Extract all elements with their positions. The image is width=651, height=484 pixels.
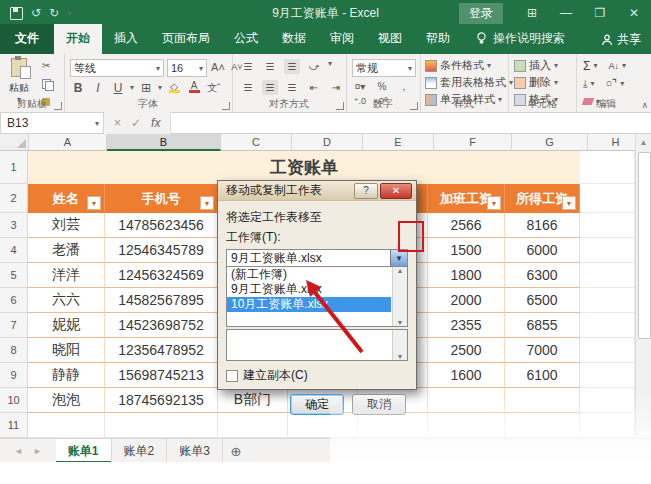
row-header-9[interactable]: 9 [0, 363, 28, 388]
cell-income[interactable]: 6855 [505, 313, 580, 338]
cell-name[interactable]: 六六 [28, 288, 105, 313]
cell-name[interactable]: 静静 [28, 363, 105, 388]
sheet-tab-2[interactable]: 账单2 [112, 439, 168, 463]
cell[interactable] [28, 413, 105, 438]
list-item[interactable]: 9月工资账单.xlsx [227, 282, 407, 297]
phonetic-guide-icon[interactable]: 文˘ [206, 80, 222, 95]
collapse-ribbon-icon[interactable]: ∧ [641, 100, 648, 110]
share-button[interactable]: 共享 [601, 31, 641, 48]
tab-home[interactable]: 开始 [54, 24, 102, 54]
fill-color-icon[interactable]: ◇ [166, 80, 182, 95]
tell-me-search[interactable]: 操作说明搜索 [476, 30, 565, 54]
save-icon[interactable] [10, 7, 23, 20]
underline-button[interactable]: U [110, 80, 126, 95]
row-header-11[interactable]: 11 [0, 413, 28, 438]
ok-button[interactable]: 确定 [290, 394, 344, 415]
decrease-indent-icon[interactable]: ⇤ [306, 80, 322, 95]
filter-dropdown-icon[interactable]: ▼ [200, 196, 214, 210]
sheet-tab-1[interactable]: 账单1 [56, 439, 112, 463]
workbook-combo[interactable]: 9月工资账单.xlsx ▼ [226, 249, 408, 267]
orientation-dropdown-icon[interactable]: ▾ [328, 59, 332, 74]
create-copy-checkbox[interactable] [226, 370, 238, 382]
row-header-7[interactable]: 7 [0, 313, 28, 338]
list-item-selected[interactable]: 10月工资账单.xlsx [227, 297, 391, 312]
cell[interactable] [580, 238, 635, 263]
sheet-tab-3[interactable]: 账单3 [167, 439, 223, 463]
increase-font-icon[interactable]: A˄ [210, 59, 226, 74]
qat-customize-icon[interactable]: ▾ [67, 9, 71, 18]
cancel-entry-icon[interactable]: × [114, 116, 121, 130]
cell-name[interactable]: 洋洋 [28, 263, 105, 288]
column-header-b[interactable]: B [107, 134, 221, 151]
tab-review[interactable]: 审阅 [318, 24, 366, 54]
column-header-a[interactable]: A [29, 134, 107, 151]
cell-name[interactable]: 老潘 [28, 238, 105, 263]
undo-icon[interactable]: ↺ [31, 6, 41, 20]
cell-phone[interactable]: 18745692135 [105, 388, 218, 413]
sheet-nav-arrows[interactable]: ◄► [0, 439, 56, 463]
column-header-g[interactable]: G [512, 134, 588, 151]
row-header-1[interactable]: 1 [0, 151, 28, 184]
dialog-close-icon[interactable]: ✕ [380, 183, 412, 199]
delete-cells-button[interactable]: 删除▾ [514, 75, 558, 90]
tab-view[interactable]: 视图 [366, 24, 414, 54]
cell-overtime[interactable] [428, 388, 505, 413]
cell-phone[interactable]: 14523698752 [105, 313, 218, 338]
filter-dropdown-icon[interactable]: ▼ [487, 196, 501, 210]
cell-phone[interactable]: 12456324569 [105, 263, 218, 288]
cell-overtime[interactable]: 2500 [428, 338, 505, 363]
cell[interactable] [505, 413, 580, 438]
redo-icon[interactable]: ↻ [49, 6, 59, 20]
font-color-icon[interactable]: A [186, 80, 202, 95]
formula-input[interactable] [171, 112, 651, 134]
scrollbar-thumb[interactable] [638, 152, 651, 339]
borders-icon[interactable]: ⊞ [138, 80, 154, 95]
align-bottom-icon[interactable]: ☰ [284, 59, 300, 74]
cell-phone[interactable]: 12546345789 [105, 238, 218, 263]
cell-income[interactable]: 6500 [505, 288, 580, 313]
column-header-c[interactable]: C [221, 134, 292, 151]
sort-filter-icon[interactable]: A↓ [608, 61, 619, 71]
enter-entry-icon[interactable]: ✓ [131, 116, 141, 130]
accounting-format-icon[interactable]: ¤▾ [352, 79, 368, 94]
select-all-corner[interactable] [0, 134, 29, 151]
cell[interactable] [580, 151, 635, 184]
row-header-2[interactable]: 2 [0, 184, 28, 213]
scroll-up-icon[interactable]: ▲ [636, 134, 651, 150]
cell-overtime[interactable]: 1500 [428, 238, 505, 263]
list-scrollbar[interactable]: ▼ [392, 330, 407, 360]
cut-icon[interactable]: ✂ [38, 58, 54, 73]
cell-overtime[interactable]: 2355 [428, 313, 505, 338]
find-select-icon[interactable]: ○⌝ [605, 77, 617, 90]
cell-phone[interactable]: 15698745213 [105, 363, 218, 388]
cell[interactable] [428, 413, 505, 438]
orientation-icon[interactable]: ⤻ [306, 59, 322, 74]
cell-phone[interactable]: 14582567895 [105, 288, 218, 313]
align-left-icon[interactable]: ☰ [240, 80, 256, 95]
table-header-phone[interactable]: 手机号▼ [105, 184, 218, 213]
font-dialog-launcher-icon[interactable] [222, 102, 230, 110]
cell-overtime[interactable]: 1600 [428, 363, 505, 388]
underline-dropdown-icon[interactable]: ▾ [130, 83, 134, 92]
before-sheet-list[interactable]: ▼ [226, 329, 408, 361]
new-sheet-icon[interactable]: ⊕ [223, 439, 249, 463]
cell[interactable] [580, 413, 635, 438]
cell-income[interactable]: 6100 [505, 363, 580, 388]
align-center-icon[interactable]: ☰ [262, 80, 278, 95]
font-name-combo[interactable]: 等线▾ [70, 59, 164, 77]
cancel-button[interactable]: 取消 [352, 394, 406, 415]
tab-help[interactable]: 帮助 [414, 24, 462, 54]
copy-icon[interactable] [38, 76, 54, 91]
italic-button[interactable]: I [90, 80, 106, 95]
cell[interactable] [580, 338, 635, 363]
table-header-income[interactable]: 所得工资▼ [505, 184, 580, 213]
ribbon-display-options-icon[interactable]: ⊞ [515, 0, 549, 26]
cell-name[interactable]: 晓阳 [28, 338, 105, 363]
comma-style-icon[interactable]: , [396, 79, 412, 94]
table-header-name[interactable]: 姓名▼ [28, 184, 105, 213]
alignment-dialog-launcher-icon[interactable] [336, 102, 344, 110]
align-right-icon[interactable]: ☰ [284, 80, 300, 95]
cell[interactable] [288, 413, 358, 438]
number-format-combo[interactable]: 常规▾ [352, 59, 416, 77]
cell[interactable] [218, 413, 288, 438]
